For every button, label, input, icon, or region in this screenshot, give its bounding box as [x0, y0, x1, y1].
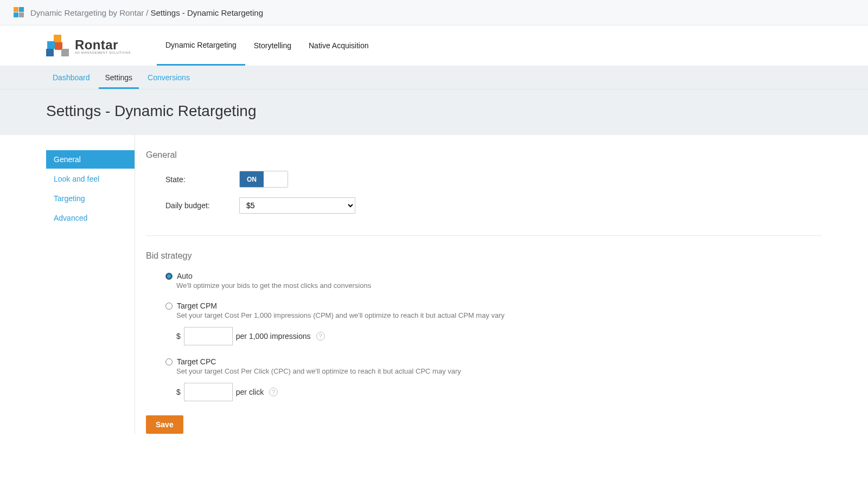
section-heading-bid-strategy: Bid strategy — [146, 251, 822, 261]
radio-auto-label: Auto — [177, 272, 193, 280]
breadcrumb-current: Settings - Dynamic Retargeting — [150, 8, 263, 17]
rontar-favicon — [13, 7, 25, 18]
subnav-dashboard[interactable]: Dashboard — [46, 66, 97, 89]
cpc-suffix: per click — [236, 388, 264, 396]
breadcrumb-parent[interactable]: Dynamic Retargeting by Rontar — [30, 8, 144, 17]
radio-auto[interactable] — [165, 273, 173, 280]
brand-name: Rontar — [75, 37, 118, 52]
subnav-conversions[interactable]: Conversions — [141, 66, 196, 89]
brand-bar: Rontar AD MANAGEMENT SOLUTIONS Dynamic R… — [0, 25, 868, 66]
daily-budget-row: Daily budget: $5 — [146, 197, 822, 214]
content-area: General Look and feel Targeting Advanced… — [0, 135, 868, 455]
main-panel: General State: ON Daily budget: $5 Bid s… — [135, 135, 822, 434]
toggle-off-side — [264, 171, 288, 187]
radio-auto-desc: We'll optimize your bids to get the most… — [176, 281, 822, 290]
header-region: Dashboard Settings Conversions Settings … — [0, 66, 868, 135]
sub-nav: Dashboard Settings Conversions — [0, 66, 868, 89]
svg-rect-6 — [55, 42, 62, 50]
subnav-settings[interactable]: Settings — [99, 66, 139, 89]
sidebar-item-general[interactable]: General — [46, 150, 135, 169]
rontar-logo-icon — [46, 34, 71, 58]
daily-budget-select[interactable]: $5 — [239, 197, 355, 214]
brand-logo[interactable]: Rontar AD MANAGEMENT SOLUTIONS — [46, 33, 138, 58]
cpm-currency-prefix: $ — [176, 332, 181, 341]
state-row: State: ON — [146, 171, 822, 188]
cpm-input-row: $ per 1,000 impressions ? — [176, 327, 822, 345]
toggle-on-label: ON — [240, 171, 264, 187]
sidebar-item-targeting[interactable]: Targeting — [46, 189, 135, 208]
svg-rect-3 — [19, 12, 24, 17]
sidebar-item-look-and-feel[interactable]: Look and feel — [46, 170, 135, 188]
page-title: Settings - Dynamic Retargeting — [0, 89, 868, 135]
save-button[interactable]: Save — [146, 415, 183, 434]
help-icon[interactable]: ? — [316, 332, 325, 341]
state-label: State: — [165, 175, 239, 184]
bid-option-auto: Auto We'll optimize your bids to get the… — [165, 272, 822, 290]
help-icon[interactable]: ? — [269, 388, 278, 396]
main-nav: Dynamic Retargeting Storytelling Native … — [157, 25, 378, 66]
radio-cpc[interactable] — [165, 358, 173, 365]
daily-budget-label: Daily budget: — [165, 201, 239, 210]
radio-cpc-label: Target CPC — [177, 357, 216, 366]
nav-native-acquisition[interactable]: Native Acquisition — [300, 25, 378, 66]
breadcrumb-bar: Dynamic Retargeting by Rontar / Settings… — [0, 0, 868, 25]
cpc-input[interactable] — [184, 383, 233, 401]
cpc-input-row: $ per click ? — [176, 383, 822, 401]
svg-rect-0 — [14, 7, 18, 12]
cpm-input[interactable] — [184, 327, 233, 345]
svg-rect-8 — [46, 49, 54, 56]
breadcrumb-separator: / — [146, 8, 148, 17]
bid-strategy-group: Auto We'll optimize your bids to get the… — [146, 272, 822, 401]
radio-cpm-label: Target CPM — [177, 301, 217, 310]
settings-sidebar: General Look and feel Targeting Advanced — [46, 135, 135, 434]
svg-rect-5 — [47, 41, 55, 49]
radio-cpc-desc: Set your target Cost Per Click (CPC) and… — [176, 367, 822, 375]
bid-option-cpm: Target CPM Set your target Cost Per 1,00… — [165, 301, 822, 345]
cpm-suffix: per 1,000 impressions — [236, 332, 311, 341]
svg-rect-2 — [14, 12, 18, 17]
radio-cpm-desc: Set your target Cost Per 1,000 impressio… — [176, 311, 822, 319]
nav-storytelling[interactable]: Storytelling — [245, 25, 300, 66]
svg-rect-7 — [61, 49, 69, 56]
cpc-currency-prefix: $ — [176, 388, 181, 396]
section-divider — [146, 235, 822, 236]
svg-rect-4 — [54, 35, 61, 42]
sidebar-item-advanced[interactable]: Advanced — [46, 209, 135, 227]
state-toggle[interactable]: ON — [239, 171, 288, 188]
bid-option-cpc: Target CPC Set your target Cost Per Clic… — [165, 357, 822, 401]
svg-rect-1 — [19, 7, 24, 12]
radio-cpm[interactable] — [165, 303, 173, 310]
brand-tagline: AD MANAGEMENT SOLUTIONS — [75, 51, 131, 54]
nav-dynamic-retargeting[interactable]: Dynamic Retargeting — [157, 25, 245, 66]
section-heading-general: General — [146, 150, 822, 160]
